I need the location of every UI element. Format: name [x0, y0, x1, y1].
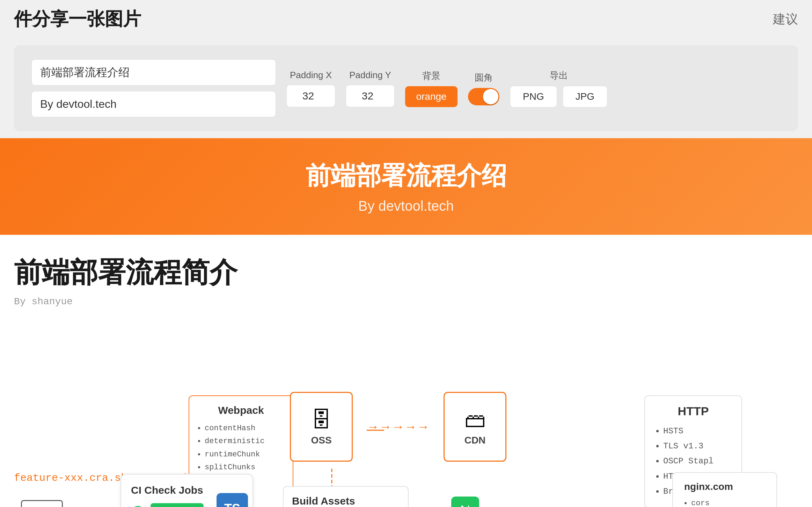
bg-label: 背景: [422, 70, 440, 82]
text-inputs: [31, 59, 276, 117]
padding-x-label: Padding X: [290, 70, 332, 81]
corner-group: 圆角: [468, 72, 499, 105]
padding-y-input[interactable]: [346, 85, 395, 107]
nginx-img-icon: N: [451, 497, 479, 507]
ts-icon-area: TS: [217, 493, 248, 507]
corner-label: 圆角: [475, 72, 493, 84]
left-section: 前端部署流程简介 By shanyue: [14, 256, 237, 307]
corner-toggle[interactable]: [468, 88, 499, 105]
jpg-button[interactable]: JPG: [563, 86, 607, 107]
list-item: OSCP Stapl: [663, 454, 730, 469]
list-item: runtimeChunk: [205, 448, 284, 461]
nginx-title: nginx.com: [684, 481, 765, 492]
list-item: TLS v1.3: [663, 439, 730, 454]
oss-label: OSS: [311, 435, 331, 446]
export-group: 导出 PNG JPG: [510, 69, 607, 107]
cdn-box: 🗃 CDN: [444, 392, 506, 462]
preview-subtitle: By devtool.tech: [14, 198, 798, 214]
oss-cdn-area: 🗄 OSS →→→→→ 🗃 CDN: [290, 392, 506, 462]
build-title: Build Assets: [292, 495, 400, 507]
toggle-knob: [483, 89, 498, 104]
padding-x-input[interactable]: [286, 85, 335, 107]
preview-banner: 前端部署流程介绍 By devtool.tech: [0, 138, 812, 235]
subtitle-input[interactable]: [31, 91, 276, 117]
oss-to-cdn-arrow: →→→→→: [367, 419, 430, 434]
oss-icon: 🗄: [311, 408, 332, 432]
main-heading: 前端部署流程简介: [14, 256, 237, 289]
laptop-icon: ✓: [21, 500, 63, 507]
nginx-list: cors gzip/brot cache location rewrite re…: [684, 497, 765, 507]
padding-x-group: Padding X: [286, 70, 335, 107]
top-bar: 件分享一张图片 建议: [0, 0, 812, 38]
main-content: 前端部署流程简介 By shanyue feature-xxx.cra.shan…: [0, 235, 812, 507]
png-button[interactable]: PNG: [510, 86, 557, 107]
list-item: HSTS: [663, 424, 730, 439]
main-sub: By shanyue: [14, 296, 237, 307]
export-buttons: PNG JPG: [510, 86, 607, 107]
list-item: deterministic: [205, 435, 284, 448]
padding-y-label: Padding Y: [349, 70, 391, 81]
padding-y-group: Padding Y: [346, 70, 395, 107]
export-label: 导出: [550, 69, 568, 82]
title-input[interactable]: [31, 59, 276, 85]
webpack-title: Webpack: [198, 404, 284, 416]
cdn-label: CDN: [464, 435, 486, 446]
typescript-icon: TS: [217, 493, 248, 507]
build-box: Build Assets index.html: [283, 486, 409, 507]
preview-title: 前端部署流程介绍: [14, 159, 798, 193]
ci-check-icon: ✓: [131, 506, 145, 507]
oss-box: 🗄 OSS: [290, 392, 353, 462]
cdn-icon: 🗃: [464, 408, 485, 432]
laptop-area: ✓: [21, 500, 70, 507]
nginx-img-label: Nginx Image: [395, 505, 446, 507]
control-panel: Padding X Padding Y 背景 orange 圆角 导出 PNG …: [14, 45, 798, 131]
preview-button[interactable]: Preview: [151, 503, 204, 507]
http-title: HTTP: [656, 404, 730, 418]
list-item: splitChunks: [205, 461, 284, 474]
list-item: contentHash: [205, 422, 284, 435]
bg-color-swatch[interactable]: orange: [405, 86, 458, 107]
bg-group: 背景 orange: [405, 70, 458, 107]
nginx-box: nginx.com cors gzip/brot cache location …: [672, 472, 777, 507]
list-item: cors: [691, 497, 765, 507]
page-title: 件分享一张图片: [14, 7, 141, 31]
nginx-image-area: Nginx Image N: [395, 497, 479, 507]
top-link[interactable]: 建议: [773, 11, 798, 28]
